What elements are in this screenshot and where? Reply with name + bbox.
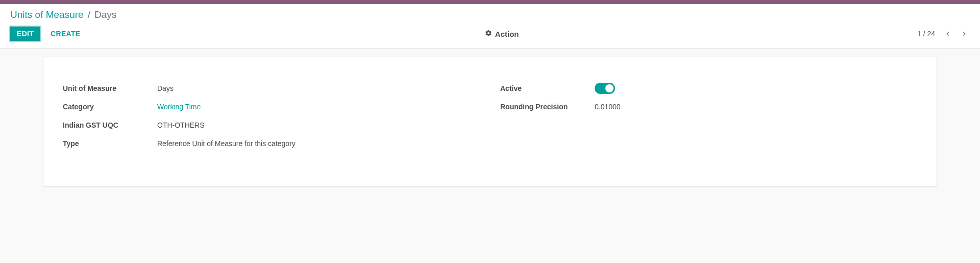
breadcrumb-separator: / xyxy=(88,9,90,20)
value-type: Reference Unit of Measure for this categ… xyxy=(157,139,296,148)
toggle-knob xyxy=(605,84,614,92)
toolbar: EDIT CREATE Action 1 / 24 xyxy=(10,27,970,41)
action-dropdown[interactable]: Action xyxy=(485,30,519,38)
value-rounding-precision: 0.01000 xyxy=(595,103,621,111)
header-area: Units of Measure / Days EDIT CREATE Acti… xyxy=(0,4,980,49)
field-rounding-precision: Rounding Precision 0.01000 xyxy=(500,100,917,113)
field-indian-gst-uqc: Indian GST UQC OTH-OTHERS xyxy=(63,118,480,132)
value-indian-gst-uqc: OTH-OTHERS xyxy=(157,121,205,129)
create-button[interactable]: CREATE xyxy=(44,27,86,40)
brand-color-bar xyxy=(0,0,980,4)
label-unit-of-measure: Unit of Measure xyxy=(63,84,157,92)
field-type: Type Reference Unit of Measure for this … xyxy=(63,137,480,150)
content-wrapper: Unit of Measure Days Category Working Ti… xyxy=(0,49,980,197)
chevron-right-icon xyxy=(961,30,968,37)
field-category: Category Working Time xyxy=(63,100,480,113)
label-type: Type xyxy=(63,139,157,148)
chevron-left-icon xyxy=(944,30,951,37)
label-indian-gst-uqc: Indian GST UQC xyxy=(63,121,157,129)
breadcrumb-current: Days xyxy=(94,9,116,20)
form-right-column: Active Rounding Precision 0.01000 xyxy=(500,82,917,155)
pager-prev-button[interactable] xyxy=(942,28,953,39)
toolbar-left: EDIT CREATE xyxy=(10,27,86,41)
field-unit-of-measure: Unit of Measure Days xyxy=(63,82,480,95)
pager-nav xyxy=(942,28,970,39)
form-left-column: Unit of Measure Days Category Working Ti… xyxy=(63,82,480,155)
pager-next-button[interactable] xyxy=(959,28,970,39)
toolbar-right: 1 / 24 xyxy=(917,28,970,39)
edit-button[interactable]: EDIT xyxy=(10,27,40,41)
label-category: Category xyxy=(63,103,157,111)
form-sheet: Unit of Measure Days Category Working Ti… xyxy=(43,57,937,186)
breadcrumb-parent-link[interactable]: Units of Measure xyxy=(10,9,84,20)
value-unit-of-measure: Days xyxy=(157,84,174,92)
value-category-link[interactable]: Working Time xyxy=(157,103,201,111)
label-rounding-precision: Rounding Precision xyxy=(500,103,595,111)
field-active: Active xyxy=(500,82,917,95)
breadcrumb: Units of Measure / Days xyxy=(10,9,970,20)
gear-icon xyxy=(485,30,492,38)
pager-text: 1 / 24 xyxy=(917,30,935,38)
label-active: Active xyxy=(500,84,595,92)
action-label: Action xyxy=(495,30,519,38)
active-toggle[interactable] xyxy=(595,83,615,94)
form-columns: Unit of Measure Days Category Working Ti… xyxy=(63,82,917,155)
